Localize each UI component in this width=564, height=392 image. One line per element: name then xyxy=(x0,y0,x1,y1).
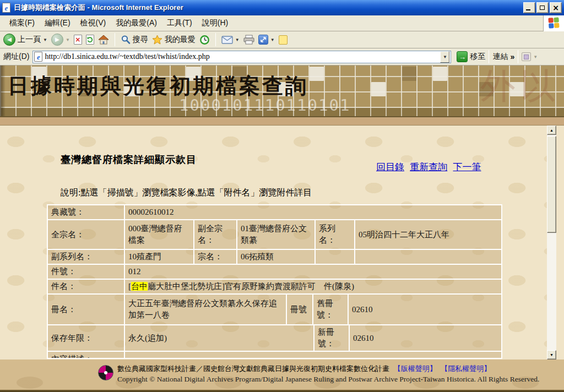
toolbar-separator xyxy=(518,50,518,63)
banner-left-shadow xyxy=(0,66,6,116)
menu-tools[interactable]: 工具(T) xyxy=(162,16,197,30)
close-button[interactable]: × xyxy=(550,2,562,13)
field-label: 舊冊號： xyxy=(313,295,349,324)
field-value: 02610 xyxy=(350,325,501,351)
edit-button[interactable] xyxy=(279,35,288,45)
field-label: 全宗名： xyxy=(48,220,125,249)
address-input[interactable]: e http://db1.sinica.edu.tw/~textdb/test/… xyxy=(32,51,451,63)
field-value: 06拓殖類 xyxy=(237,250,316,264)
footer-copyright-text: Copyright © National Digital Archives Pr… xyxy=(117,375,539,384)
refresh-button[interactable] xyxy=(86,35,94,45)
minimize-button[interactable] xyxy=(523,2,535,13)
new-search-link[interactable]: 重新查詢 xyxy=(410,162,447,172)
back-button[interactable]: ◀ 上一頁 ▼ xyxy=(3,34,47,46)
page-footer: 數位典藏國家型科技計畫／國史館台灣文獻館典藏日據與光復初期史料檔案數位化計畫 【… xyxy=(0,360,564,390)
table-row: 冊名： 大正五年臺灣總督府公文類纂永久保存追加第一八卷 冊號 舊冊號： 0261… xyxy=(48,295,501,325)
menu-favorites[interactable]: 我的最愛(A) xyxy=(111,16,162,30)
history-button[interactable] xyxy=(199,35,210,45)
window-title: 日據時期檔案檢索介面 - Microsoft Internet Explorer xyxy=(14,3,183,13)
menu-edit[interactable]: 編輯(E) xyxy=(40,16,75,30)
favorites-star-icon xyxy=(152,35,162,45)
table-row: 典藏號： 00002610012 xyxy=(48,205,501,220)
back-to-list-link[interactable]: 回目錄 xyxy=(376,162,404,172)
privacy-statement-link[interactable]: 【隱私權聲明】 xyxy=(441,364,491,373)
links-chevron-icon[interactable]: » xyxy=(510,52,514,61)
edit-note-icon xyxy=(279,35,288,45)
extension-dropdown-icon: ▼ xyxy=(533,55,538,59)
footer-program-text: 數位典藏國家型科技計畫／國史館台灣文獻館典藏日據與光復初期史料檔案數位化計畫 【… xyxy=(117,364,491,374)
field-value: 000臺灣總督府檔案 xyxy=(125,220,194,249)
forward-button[interactable]: ▶ ▼ xyxy=(51,34,70,46)
toolbar-separator xyxy=(215,33,216,46)
favorites-button[interactable]: 我的最愛 xyxy=(152,35,196,45)
home-icon xyxy=(98,35,109,45)
field-label: 冊名： xyxy=(48,295,125,324)
address-bar: 網址(D) e http://db1.sinica.edu.tw/~textdb… xyxy=(0,48,564,66)
field-label: 內容描述： xyxy=(48,352,125,359)
field-value: 05明治四十二年大正八年 xyxy=(355,220,501,249)
item-name-value: [台中廳大肚中堡北勢坑庄]官有原野豫約賣渡願許可 件(陳泉) xyxy=(125,280,501,293)
mail-dropdown-icon[interactable]: ▼ xyxy=(235,37,240,42)
table-row: 內容描述： xyxy=(48,352,501,359)
copyright-statement-link[interactable]: 【版權聲明】 xyxy=(394,364,437,373)
site-banner: 外以 1000101110110101 日據時期與光復初期檔案查詢 xyxy=(0,66,564,116)
back-dropdown-icon[interactable]: ▼ xyxy=(43,37,47,42)
go-button[interactable]: → 移至 xyxy=(452,51,485,62)
resize-icon xyxy=(258,35,268,45)
table-row: 件名： [台中廳大肚中堡北勢坑庄]官有原野豫約賣渡願許可 件(陳泉) xyxy=(48,280,501,295)
url-text[interactable]: http://db1.sinica.edu.tw/~textdb/test/tw… xyxy=(45,52,209,61)
resize-button[interactable]: ▼ xyxy=(258,35,275,45)
stop-icon: × xyxy=(74,35,82,45)
field-value: 10殖產門 xyxy=(125,250,194,264)
table-row: 保存年限： 永久(追加) 新冊號： 02610 xyxy=(48,325,501,352)
print-button[interactable] xyxy=(243,35,254,45)
highlighted-keyword: 台中 xyxy=(131,282,148,291)
menu-file[interactable]: 檔案(F) xyxy=(4,16,40,30)
title-bar: e 日據時期檔案檢索介面 - Microsoft Internet Explor… xyxy=(0,0,564,15)
mail-icon xyxy=(221,36,233,44)
menu-help[interactable]: 說明(H) xyxy=(197,16,233,30)
home-button[interactable] xyxy=(98,35,109,45)
mail-button[interactable]: ▼ xyxy=(221,36,240,44)
divider-band xyxy=(0,116,564,126)
menu-view[interactable]: 檢視(V) xyxy=(75,16,111,30)
scroll-up-button[interactable]: ▲ xyxy=(547,126,556,135)
extension-button[interactable]: ▼ xyxy=(522,52,538,61)
minimize-icon xyxy=(526,9,530,10)
field-value: 012 xyxy=(125,265,501,279)
vertical-scrollbar[interactable]: ▲ ▼ xyxy=(547,126,556,360)
extension-icon xyxy=(522,52,531,61)
table-row: 全宗名： 000臺灣總督府檔案 副全宗名： 01臺灣總督府公文類纂 系列名： 0… xyxy=(48,220,501,250)
table-row: 副系列名： 10殖產門 宗名： 06拓殖類 xyxy=(48,250,501,265)
restore-button[interactable] xyxy=(536,2,549,13)
restore-icon xyxy=(540,6,545,10)
scroll-down-button[interactable]: ▼ xyxy=(547,350,556,360)
search-button[interactable]: 搜尋 xyxy=(121,35,148,45)
field-value: 00002610012 xyxy=(125,205,501,219)
links-button[interactable]: 連結 » xyxy=(492,52,514,62)
address-label: 網址(D) xyxy=(3,52,29,62)
field-label: 冊號 xyxy=(287,295,313,324)
ie-document-icon: e xyxy=(34,52,42,62)
table-row: 件號： 012 xyxy=(48,265,501,280)
field-label: 系列名： xyxy=(316,220,355,249)
close-icon: × xyxy=(552,4,559,12)
stop-button[interactable]: × xyxy=(74,35,82,45)
search-icon xyxy=(121,35,131,45)
field-label: 件號： xyxy=(48,265,125,279)
print-icon xyxy=(243,35,254,45)
field-value: 永久(追加) xyxy=(125,325,314,351)
field-label: 件名： xyxy=(48,280,125,293)
empty-cell xyxy=(355,250,501,264)
field-value: 01臺灣總督府公文類纂 xyxy=(237,220,316,249)
toolbar-separator xyxy=(115,33,115,46)
next-record-link[interactable]: 下一筆 xyxy=(453,162,481,172)
record-nav-links: 回目錄 重新查詢 下一筆 xyxy=(376,161,485,173)
resize-dropdown-icon[interactable]: ▼ xyxy=(270,37,275,42)
field-label: 副系列名： xyxy=(48,250,125,264)
field-label: 保存年限： xyxy=(48,325,125,351)
archive-program-logo xyxy=(98,365,113,380)
window-bottom-edge xyxy=(0,390,564,392)
scrollbar-thumb[interactable] xyxy=(547,136,556,233)
address-dropdown-button[interactable]: ▼ xyxy=(440,51,449,63)
